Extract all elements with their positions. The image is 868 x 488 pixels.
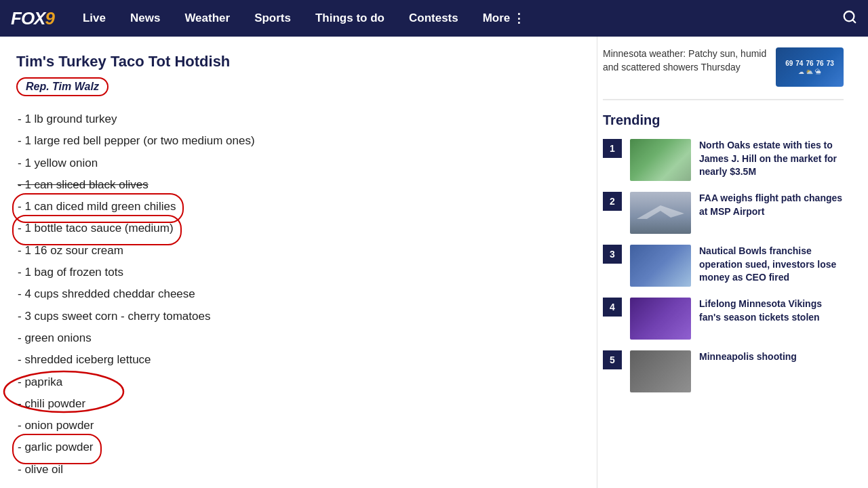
ingredient-chili-powder: - chili powder <box>16 393 575 415</box>
trending-title-5: Minneapolis shooting <box>699 350 797 364</box>
content-area: Tim's Turkey Taco Tot Hotdish Rep. Tim W… <box>0 37 597 488</box>
trending-item-3[interactable]: 3 Nautical Bowls franchise operation sue… <box>603 245 844 287</box>
ingredient-onion-powder: - onion powder <box>16 415 575 436</box>
weather-icon-bar: ☁ ⛅ 🌦 <box>798 68 821 75</box>
ingredient-olive-oil: - olive oil <box>16 459 575 481</box>
ingredient-sweet-corn: - 3 cups sweet corn - cherry tomatoes <box>16 306 575 327</box>
weather-temps: 69 74 76 76 73 <box>785 60 834 67</box>
trending-item-1[interactable]: 1 North Oaks estate with ties to James J… <box>603 139 844 181</box>
nav-things-to-do[interactable]: Things to do <box>303 0 397 37</box>
trending-thumb-1 <box>630 139 691 181</box>
nav-sports[interactable]: Sports <box>242 0 303 37</box>
ingredient-sour-cream: - 1 16 oz sour cream <box>16 240 575 262</box>
ingredient-ground-turkey: - 1 lb ground turkey <box>16 108 575 130</box>
trending-heading: Trending <box>603 113 844 128</box>
trending-title-2: FAA weighs flight path changes at MSP Ai… <box>699 192 844 218</box>
trending-rank-2: 2 <box>603 192 622 211</box>
sidebar: Minnesota weather: Patchy sun, humid and… <box>597 37 854 488</box>
nav-items: Live News Weather Sports Things to do Co… <box>71 0 842 37</box>
ingredient-frozen-tots: - 1 bag of frozen tots <box>16 262 575 283</box>
author-name: Rep. Tim Walz <box>16 77 108 96</box>
site-logo[interactable]: FOX9 <box>11 8 54 29</box>
trending-rank-4: 4 <box>603 298 622 317</box>
weather-widget[interactable]: Minnesota weather: Patchy sun, humid and… <box>603 47 844 100</box>
trending-item-5[interactable]: 5 Minneapolis shooting <box>603 350 844 392</box>
trending-rank-1: 1 <box>603 139 622 158</box>
nav-live[interactable]: Live <box>71 0 118 37</box>
ingredient-lettuce: - shredded iceberg lettuce <box>16 349 575 371</box>
trending-thumb-4 <box>630 298 691 340</box>
trending-thumb-2 <box>630 192 691 234</box>
ingredient-black-olives: - 1 can sliced black olives <box>16 174 575 196</box>
main-layout: Tim's Turkey Taco Tot Hotdish Rep. Tim W… <box>0 37 868 488</box>
trending-rank-5: 5 <box>603 350 622 369</box>
weather-thumbnail: 69 74 76 76 73 ☁ ⛅ 🌦 <box>776 47 844 87</box>
ingredient-green-onions: - green onions <box>16 327 575 349</box>
ingredient-cheddar: - 4 cups shredded cheddar cheese <box>16 283 575 305</box>
trending-thumb-5 <box>630 350 691 392</box>
search-icon[interactable] <box>842 9 857 28</box>
ingredient-taco-sauce: - 1 bottle taco sauce (medium) <box>16 218 575 239</box>
svg-line-1 <box>852 20 855 22</box>
ingredient-paprika: - paprika <box>16 371 575 393</box>
trending-title-4: Lifelong Minnesota Vikings fan's season … <box>699 298 844 324</box>
weather-text: Minnesota weather: Patchy sun, humid and… <box>603 47 768 74</box>
trending-item-4[interactable]: 4 Lifelong Minnesota Vikings fan's seaso… <box>603 298 844 340</box>
trending-item-2[interactable]: 2 FAA weighs flight path changes at MSP … <box>603 192 844 234</box>
nav-more[interactable]: More ⋮ <box>471 11 538 26</box>
ingredient-yellow-onion: - 1 yellow onion <box>16 152 575 174</box>
nav-weather[interactable]: Weather <box>172 0 242 37</box>
nav-news[interactable]: News <box>118 0 172 37</box>
trending-title-1: North Oaks estate with ties to James J. … <box>699 139 844 179</box>
ingredient-bell-pepper: - 1 large red bell pepper (or two medium… <box>16 130 575 152</box>
ingredient-green-chilies: - 1 can diced mild green chilies <box>16 196 575 218</box>
ingredient-garlic-powder: - garlic powder <box>16 436 575 458</box>
more-dots-icon: ⋮ <box>513 11 525 26</box>
trending-rank-3: 3 <box>603 245 622 264</box>
nav-contests[interactable]: Contests <box>397 0 471 37</box>
weather-title: Minnesota weather: Patchy sun, humid and… <box>603 47 768 74</box>
recipe-title: Tim's Turkey Taco Tot Hotdish <box>16 53 575 70</box>
trending-thumb-3 <box>630 245 691 287</box>
ingredients-list: - 1 lb ground turkey - 1 large red bell … <box>16 108 575 481</box>
trending-title-3: Nautical Bowls franchise operation sued,… <box>699 245 844 285</box>
navigation: FOX9 Live News Weather Sports Things to … <box>0 0 868 37</box>
